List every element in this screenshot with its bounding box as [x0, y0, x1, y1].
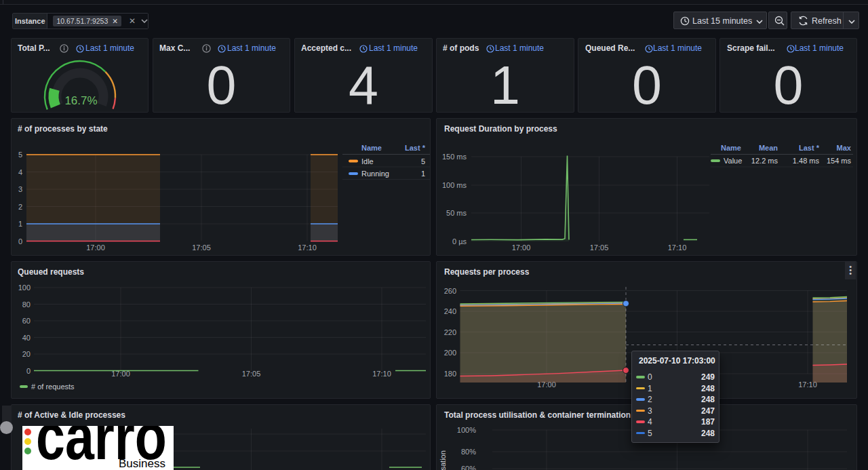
svg-text:154 ms: 154 ms — [827, 157, 852, 165]
svg-text:1: 1 — [18, 220, 22, 228]
svg-text:150 ms: 150 ms — [442, 153, 467, 161]
svg-text:0: 0 — [26, 367, 31, 375]
svg-text:Mean: Mean — [759, 144, 778, 152]
svg-text:Max: Max — [837, 144, 852, 152]
svg-text:17:05: 17:05 — [242, 370, 261, 378]
svg-text:240: 240 — [444, 307, 456, 315]
svg-text:80: 80 — [22, 300, 31, 309]
svg-text:5: 5 — [18, 151, 22, 159]
svg-text:17:10: 17:10 — [298, 243, 317, 252]
svg-text:100%: 100% — [457, 426, 476, 434]
svg-text:17:00: 17:00 — [512, 243, 531, 252]
svg-text:80%: 80% — [461, 448, 476, 456]
svg-text:Last *: Last * — [405, 144, 426, 152]
svg-text:Value: Value — [724, 157, 742, 165]
svg-text:Business: Business — [119, 457, 165, 470]
svg-text:12.2 ms: 12.2 ms — [751, 157, 778, 165]
svg-text:Idle: Idle — [361, 157, 374, 165]
svg-text:Running: Running — [361, 170, 389, 178]
svg-text:200: 200 — [444, 349, 456, 357]
svg-text:20: 20 — [22, 350, 31, 358]
svg-text:4: 4 — [18, 168, 22, 176]
svg-text:# of requests: # of requests — [31, 383, 75, 391]
svg-text:5: 5 — [421, 157, 425, 165]
svg-text:16.7%: 16.7% — [64, 94, 97, 107]
svg-text:17:00: 17:00 — [86, 243, 105, 252]
svg-text:1.48 ms: 1.48 ms — [793, 157, 820, 165]
svg-text:60: 60 — [22, 317, 31, 325]
svg-text:Last *: Last * — [799, 144, 820, 152]
svg-text:17:05: 17:05 — [192, 243, 211, 252]
svg-text:0 µs: 0 µs — [452, 237, 467, 246]
svg-text:Name: Name — [361, 144, 382, 152]
svg-text:0: 0 — [18, 237, 22, 246]
svg-text:17:10: 17:10 — [372, 370, 391, 378]
svg-text:220: 220 — [444, 328, 456, 336]
svg-text:17:05: 17:05 — [590, 243, 609, 252]
svg-text:2: 2 — [18, 203, 22, 211]
svg-text:1: 1 — [421, 170, 425, 178]
svg-text:180: 180 — [444, 370, 456, 378]
svg-text:17:10: 17:10 — [668, 243, 687, 252]
svg-text:40: 40 — [22, 334, 31, 342]
svg-text:3: 3 — [18, 185, 22, 193]
svg-text:Name: Name — [721, 144, 741, 152]
svg-text:100 ms: 100 ms — [442, 181, 467, 189]
svg-text:60%: 60% — [461, 465, 476, 470]
svg-text:50 ms: 50 ms — [446, 209, 467, 217]
svg-text:260: 260 — [444, 287, 456, 295]
svg-text:100: 100 — [18, 283, 31, 292]
svg-text:Utilisation: Utilisation — [439, 450, 447, 470]
